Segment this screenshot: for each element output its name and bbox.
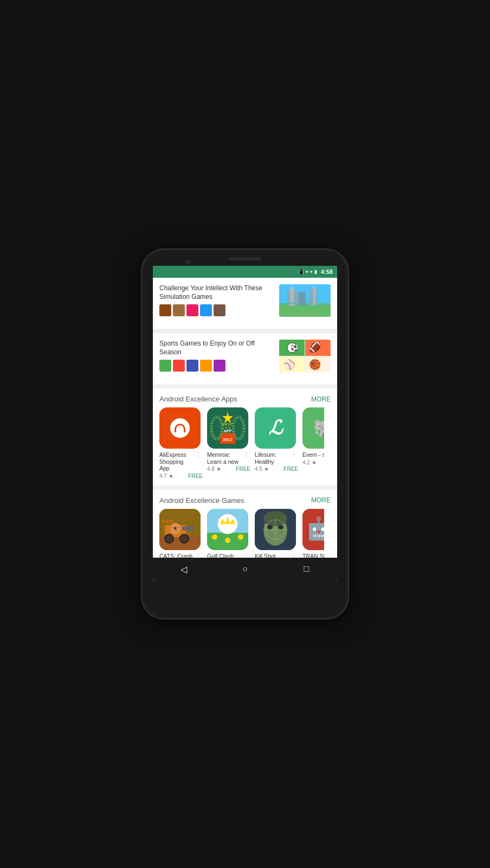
screen-content[interactable]: Challenge Your Intellect With These Simu… bbox=[153, 278, 337, 558]
svg-text:🏀: 🏀 bbox=[309, 359, 321, 371]
sports-collection-item[interactable]: Sports Games to Enjoy On or Off Season bbox=[159, 340, 331, 372]
sports-mini-icons bbox=[159, 360, 274, 372]
sim-mini-icon-1 bbox=[159, 304, 171, 316]
excellence-games-more[interactable]: MORE bbox=[311, 496, 331, 504]
svg-point-23 bbox=[165, 534, 173, 543]
svg-point-17 bbox=[211, 417, 222, 439]
app-item-evernote[interactable]: 🐘 Evern - stay 4.2 ★ bbox=[302, 407, 324, 479]
memrise-price: FREE bbox=[236, 466, 250, 472]
sports-mini-icon-2 bbox=[173, 360, 185, 372]
killshot-icon bbox=[255, 509, 296, 550]
simulation-info: Challenge Your Intellect With These Simu… bbox=[159, 284, 274, 316]
golf-icon bbox=[207, 509, 248, 550]
svg-point-33 bbox=[212, 534, 217, 540]
sports-mini-icon-4 bbox=[200, 360, 212, 372]
aliexpress-price: FREE bbox=[188, 473, 203, 479]
excellence-games-header: Android Excellence Games MORE bbox=[159, 496, 331, 505]
sim-mini-icon-4 bbox=[200, 304, 212, 316]
svg-point-39 bbox=[267, 525, 273, 529]
app-item-lifesum[interactable]: ℒ Lifesum: Healthy ⋮ 4.5 ★ FREE bbox=[255, 407, 298, 479]
lifesum-menu[interactable]: ⋮ bbox=[289, 451, 298, 458]
golf-name: Golf Clash bbox=[207, 553, 241, 558]
svg-text:CATS: CATS bbox=[162, 519, 174, 524]
cats-menu[interactable]: ⋮ bbox=[194, 553, 203, 558]
phone-screen: 📳 ▾ ▾ ▮ 4:58 Challenge Your Intellect Wi… bbox=[153, 266, 337, 580]
sim-image bbox=[279, 284, 331, 317]
sports-info: Sports Games to Enjoy On or Off Season bbox=[159, 340, 274, 372]
sports-mini-icon-3 bbox=[186, 360, 198, 372]
excellence-apps-card: Android Excellence Apps MORE bbox=[153, 388, 337, 486]
apps-scroll[interactable]: AliExpress Shopping App ⋮ 4.7 ★ FREE bbox=[159, 407, 331, 479]
golf-menu[interactable]: ⋮ bbox=[242, 553, 250, 558]
lifesum-letter: ℒ bbox=[268, 417, 282, 439]
svg-point-18 bbox=[233, 417, 244, 439]
back-button[interactable]: ◁ bbox=[173, 558, 195, 580]
recents-button[interactable]: □ bbox=[295, 558, 317, 580]
svg-text:🤖: 🤖 bbox=[305, 515, 324, 541]
lifesum-meta: 4.5 ★ FREE bbox=[255, 466, 298, 472]
evernote-icon: 🐘 bbox=[302, 407, 324, 449]
memrise-rating: 4.8 ★ bbox=[207, 466, 221, 472]
simulation-title: Challenge Your Intellect With These Simu… bbox=[159, 284, 274, 301]
navigation-bar: ◁ ○ □ bbox=[153, 558, 337, 580]
cats-icon: ᵔᴥᵔ CATS bbox=[159, 509, 201, 550]
signal-icon: ▾ bbox=[310, 269, 313, 275]
svg-text:⚾: ⚾ bbox=[283, 359, 296, 371]
killshot-name: Kill Shot Bravo bbox=[255, 553, 288, 558]
excellence-apps-title: Android Excellence Apps bbox=[159, 395, 237, 403]
simulation-collection-item[interactable]: Challenge Your Intellect With These Simu… bbox=[159, 284, 331, 317]
svg-point-34 bbox=[238, 534, 243, 540]
svg-rect-25 bbox=[182, 526, 194, 531]
lifesum-rating: 4.5 ★ bbox=[255, 466, 269, 472]
svg-point-24 bbox=[180, 534, 189, 543]
aliexpress-rating: 4.7 ★ bbox=[159, 473, 173, 479]
simulation-thumbnail bbox=[279, 284, 331, 317]
phone-camera bbox=[185, 259, 191, 265]
aliexpress-name: AliExpress Shopping App bbox=[159, 451, 193, 472]
sim-mini-icon-5 bbox=[214, 304, 225, 316]
excellence-games-card: Android Excellence Games MORE bbox=[153, 490, 337, 558]
app-item-aliexpress[interactable]: AliExpress Shopping App ⋮ 4.7 ★ FREE bbox=[159, 407, 203, 479]
sports-mini-icon-1 bbox=[159, 360, 171, 372]
vibrate-icon: 📳 bbox=[298, 269, 304, 275]
game-item-cats[interactable]: ᵔᴥᵔ CATS CATS: Crash Arena Turbo ⋮ 4. bbox=[159, 509, 203, 558]
aliexpress-icon bbox=[159, 407, 201, 449]
wifi-icon: ▾ bbox=[306, 269, 308, 275]
excellence-games-title: Android Excellence Games bbox=[159, 496, 244, 505]
sim-mini-icon-2 bbox=[173, 304, 185, 316]
app-item-memrise[interactable]: BEST ★ ★ APP 2017 bbox=[207, 407, 250, 479]
simulation-mini-icons bbox=[159, 304, 274, 316]
game-item-transformers[interactable]: 🤖 TRAN SERS: R 4.6 ★ bbox=[302, 509, 324, 558]
aliexpress-meta: 4.7 ★ FREE bbox=[159, 473, 203, 479]
lifesum-price: FREE bbox=[283, 466, 298, 472]
svg-text:ᵔᴥᵔ: ᵔᴥᵔ bbox=[171, 526, 179, 532]
excellence-apps-header: Android Excellence Apps MORE bbox=[159, 395, 331, 403]
memrise-name: Memrise: Learn a new bbox=[207, 451, 241, 465]
excellence-apps-more[interactable]: MORE bbox=[311, 395, 331, 403]
evernote-rating: 4.2 ★ bbox=[302, 459, 317, 465]
sports-image: ⚽ 🏈 ⚾ 🏀 bbox=[279, 340, 331, 372]
lifesum-icon: ℒ bbox=[255, 407, 296, 449]
svg-point-40 bbox=[278, 525, 283, 529]
status-bar: 📳 ▾ ▾ ▮ 4:58 bbox=[153, 266, 337, 278]
status-time: 4:58 bbox=[321, 269, 333, 275]
sports-thumbnail: ⚽ 🏈 ⚾ 🏀 bbox=[279, 340, 331, 372]
memrise-menu[interactable]: ⋮ bbox=[242, 451, 250, 458]
svg-rect-6 bbox=[313, 286, 316, 306]
sim-mini-icon-3 bbox=[186, 304, 198, 316]
home-button[interactable]: ○ bbox=[234, 558, 256, 580]
memrise-meta: 4.8 ★ FREE bbox=[207, 466, 250, 472]
simulation-games-card: Challenge Your Intellect With These Simu… bbox=[153, 278, 337, 329]
transformers-name: TRAN SERS: R bbox=[302, 553, 324, 558]
aliexpress-menu[interactable]: ⋮ bbox=[194, 451, 203, 458]
game-item-killshot[interactable]: Kill Shot Bravo ⋮ 4.5 ★ FREE bbox=[255, 509, 298, 558]
svg-point-35 bbox=[225, 538, 230, 543]
games-scroll[interactable]: ᵔᴥᵔ CATS CATS: Crash Arena Turbo ⋮ 4. bbox=[159, 509, 331, 558]
memrise-icon: BEST ★ ★ APP 2017 bbox=[207, 407, 248, 449]
status-icons: 📳 ▾ ▾ ▮ 4:58 bbox=[298, 269, 333, 275]
sports-games-card: Sports Games to Enjoy On or Off Season bbox=[153, 333, 337, 384]
game-item-golf[interactable]: Golf Clash ⋮ 4.5 ★ FREE bbox=[207, 509, 250, 558]
svg-marker-19 bbox=[222, 412, 233, 423]
evernote-name: Evern - stay bbox=[302, 451, 324, 458]
killshot-menu[interactable]: ⋮ bbox=[289, 553, 298, 558]
